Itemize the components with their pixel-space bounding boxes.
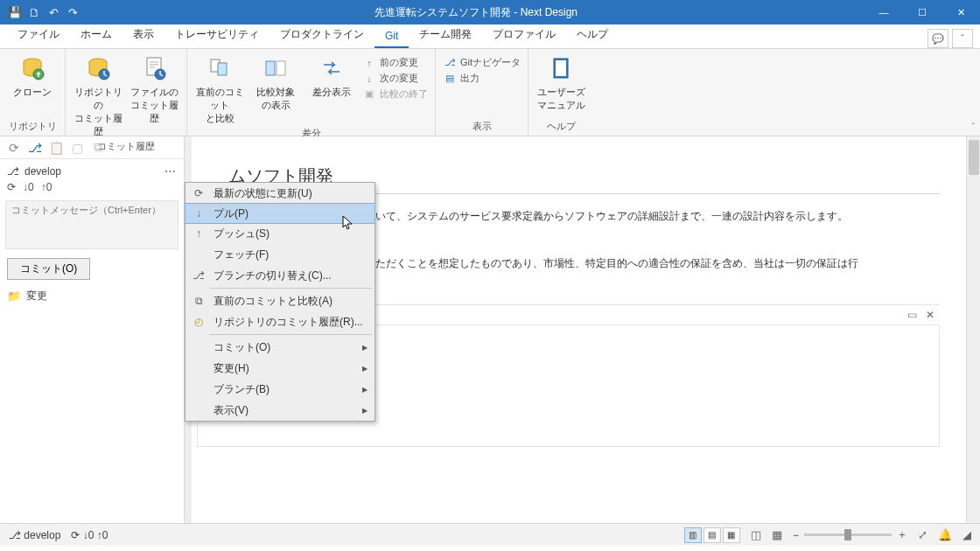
tab-home[interactable]: ホーム [70, 22, 122, 48]
tab-git[interactable]: Git [374, 24, 409, 48]
layout-split-icon[interactable]: ◫ [751, 528, 761, 541]
clipboard-icon[interactable]: 📋 [49, 141, 63, 155]
output-button[interactable]: ▤出力 [443, 72, 521, 85]
commit-button[interactable]: コミット(O) [7, 258, 90, 280]
ribbon-tabs: ファイル ホーム 表示 トレーサビリティ プロダクトライン Git チーム開発 … [0, 24, 980, 49]
tab-view[interactable]: 表示 [122, 22, 164, 48]
ribbon-collapse-icon[interactable]: ˇ [972, 122, 975, 132]
view-mode-2[interactable]: ▤ [704, 527, 721, 543]
repo-history-button[interactable]: リポジトリの コミット履歴 [73, 52, 123, 138]
split-pane-icon [262, 54, 290, 82]
copy-icon[interactable]: ⧉ [91, 140, 105, 155]
feedback-button[interactable]: 💬 [928, 29, 948, 48]
layout-grid-icon[interactable]: ▦ [772, 528, 782, 541]
tab-team[interactable]: チーム開発 [409, 22, 482, 48]
menu-changes-sub[interactable]: 変更(H) [186, 358, 374, 379]
sync-indicator[interactable]: ⟳ ↓0 ↑0 [71, 529, 108, 541]
end-compare-button[interactable]: ▣比較の終了 [362, 87, 428, 101]
svg-rect-9 [276, 61, 285, 75]
redo-icon[interactable]: ↷ [65, 4, 80, 20]
fit-icon[interactable]: ⤢ [918, 528, 928, 541]
save-icon[interactable]: 💾 [7, 4, 23, 20]
git-navigator-button[interactable]: ⎇Gitナビゲータ [443, 56, 521, 69]
zoom-handle[interactable] [844, 529, 851, 541]
svg-rect-11 [556, 60, 566, 76]
subpane-close-icon[interactable]: ✕ [926, 309, 934, 321]
folder-icon: 📁 [7, 289, 21, 303]
menu-push[interactable]: ↑プッシュ(S) [186, 223, 374, 244]
scrollbar-thumb[interactable] [969, 140, 979, 175]
view-mode-1[interactable]: ▥ [684, 527, 702, 543]
commit-message-input[interactable] [6, 201, 178, 219]
git-side-panel: ⟳ ⎇ 📋 ▢ ⧉ ⎇ develop ⋯ ⟳ ↓0 ↑0 コミット(O) 📁 … [0, 136, 185, 523]
collapse-caret-button[interactable]: ˆ [952, 29, 973, 48]
show-diff-button[interactable]: 差分表示 [306, 52, 357, 99]
subpane-maximize-icon[interactable]: ▭ [907, 309, 917, 321]
file-icon[interactable]: 🗋 [26, 4, 42, 20]
branch-icon: ⎇ [7, 165, 19, 178]
branch-indicator[interactable]: ⎇ develop [9, 529, 60, 541]
diff-mini-buttons: ↑前の変更 ↓次の変更 ▣比較の終了 [362, 52, 428, 101]
menu-branch-sub[interactable]: ブランチ(B) [186, 379, 374, 400]
menu-compare-prev[interactable]: ⧉直前のコミットと比較(A) [186, 290, 374, 311]
notification-icon[interactable]: 🔔 [938, 528, 952, 541]
commit-message-box[interactable] [5, 200, 178, 249]
book-icon [547, 54, 575, 82]
compare-icon: ⧉ [191, 295, 206, 307]
output-icon: ▤ [443, 73, 457, 84]
refresh-icon[interactable]: ⟳ [7, 141, 21, 155]
view-mode-3[interactable]: ▦ [723, 527, 740, 543]
box-icon[interactable]: ▢ [70, 141, 84, 155]
next-change-button[interactable]: ↓次の変更 [362, 72, 428, 85]
sync-icon[interactable]: ⟳ [7, 181, 16, 193]
user-manual-button[interactable]: ユーザーズ マニュアル [536, 52, 586, 112]
incoming-count: ↓0 [23, 181, 34, 193]
tab-traceability[interactable]: トレーサビリティ [164, 22, 270, 48]
context-menu: ⟳最新の状態に更新(U) ↓プル(P) ↑プッシュ(S) フェッチ(F) ⎇ブラ… [185, 182, 375, 422]
menu-refresh[interactable]: ⟳最新の状態に更新(U) [186, 183, 374, 204]
menu-repo-history[interactable]: ◴リポジトリのコミット履歴(R)... [186, 311, 374, 332]
compare-target-button[interactable]: 比較対象 の表示 [250, 52, 301, 112]
more-icon[interactable]: ⋯ [164, 164, 177, 178]
compare-docs-icon [206, 54, 234, 82]
window-controls: ― ☐ ✕ [864, 0, 980, 24]
menu-fetch[interactable]: フェッチ(F) [186, 244, 374, 265]
menu-view-sub[interactable]: 表示(V) [186, 400, 374, 421]
display-mini-buttons: ⎇Gitナビゲータ ▤出力 [443, 52, 521, 85]
tab-file[interactable]: ファイル [7, 22, 70, 48]
branch-name: develop [24, 165, 61, 178]
maximize-button[interactable]: ☐ [903, 0, 942, 24]
clone-button[interactable]: クローン [7, 52, 58, 99]
compare-prev-commit-button[interactable]: 直前のコミット と比較 [194, 52, 245, 125]
tab-productline[interactable]: プロダクトライン [270, 22, 374, 48]
zoom-control: − ＋ [793, 527, 907, 542]
window-title: 先進運転システムソフト開発 - Next Design [88, 5, 864, 20]
menu-commit-sub[interactable]: コミット(O) [186, 337, 374, 358]
view-mode-buttons: ▥ ▤ ▦ [684, 527, 740, 543]
zoom-in-button[interactable]: ＋ [897, 527, 907, 542]
resize-grip-icon[interactable]: ◢ [962, 528, 971, 541]
separator [210, 288, 372, 289]
vertical-scrollbar[interactable] [966, 136, 980, 523]
ribbon-group-repository: クローン リポジトリ [0, 49, 66, 136]
arrow-down-icon: ↓ [362, 73, 376, 84]
menu-pull[interactable]: ↓プル(P) [185, 203, 375, 224]
undo-icon[interactable]: ↶ [46, 4, 61, 20]
branch-icon: ⎇ [443, 57, 457, 68]
tab-profile[interactable]: プロファイル [482, 22, 566, 48]
changes-node[interactable]: 📁 変更 [0, 280, 184, 312]
zoom-out-button[interactable]: − [793, 529, 799, 541]
close-button[interactable]: ✕ [942, 0, 980, 24]
branch-icon[interactable]: ⎇ [28, 141, 42, 155]
prev-change-button[interactable]: ↑前の変更 [362, 56, 428, 69]
tab-help[interactable]: ヘルプ [566, 22, 619, 48]
ribbon-group-commit-history: リポジトリの コミット履歴 ファイルの コミット履歴 コミット履歴 [66, 49, 187, 136]
minimize-button[interactable]: ― [864, 0, 903, 24]
branch-row[interactable]: ⎇ develop ⋯ [0, 159, 184, 179]
outgoing-count: ↑0 [41, 181, 52, 193]
menu-switch-branch[interactable]: ⎇ブランチの切り替え(C)... [186, 265, 374, 286]
zoom-slider[interactable] [804, 534, 892, 536]
file-history-button[interactable]: ファイルの コミット履歴 [129, 52, 179, 125]
database-clone-icon [18, 54, 46, 82]
arrow-up-icon: ↑ [191, 227, 206, 240]
